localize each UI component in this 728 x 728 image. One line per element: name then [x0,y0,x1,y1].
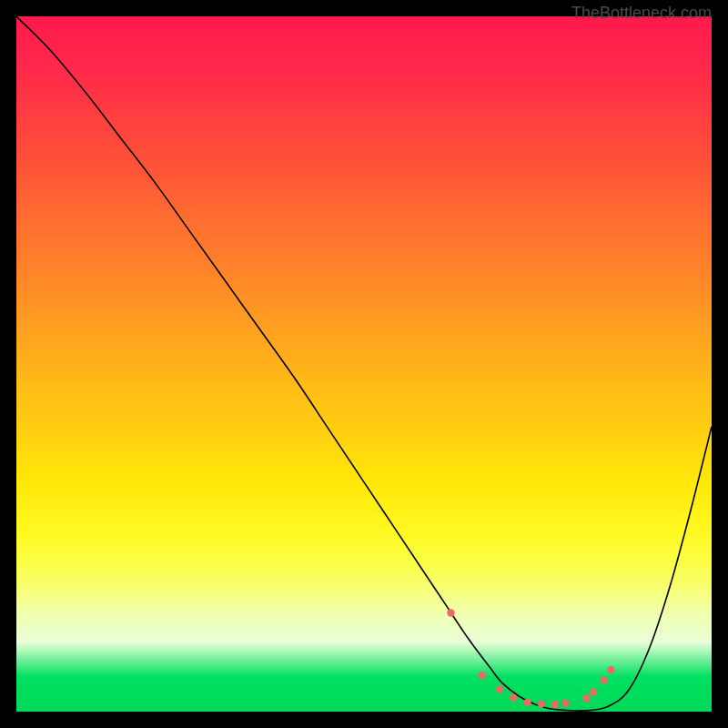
curve-dot [510,694,517,702]
curve-dot [538,700,545,707]
curve-dot [582,694,590,702]
curve-dot [551,701,559,708]
curve-dot [496,685,503,693]
curve-dot [447,609,454,616]
curve-dot [523,699,531,706]
minimum-region-dots [447,609,614,708]
curve-dot [590,688,597,695]
curve-dot [600,676,607,683]
curve-dot [561,700,569,707]
curve-dot [479,672,486,679]
watermark-label: TheBottleneck.com [571,4,712,23]
bottleneck-curve [16,16,712,711]
chart-svg [16,16,712,712]
curve-dot [607,666,614,673]
plot-area [16,16,712,712]
